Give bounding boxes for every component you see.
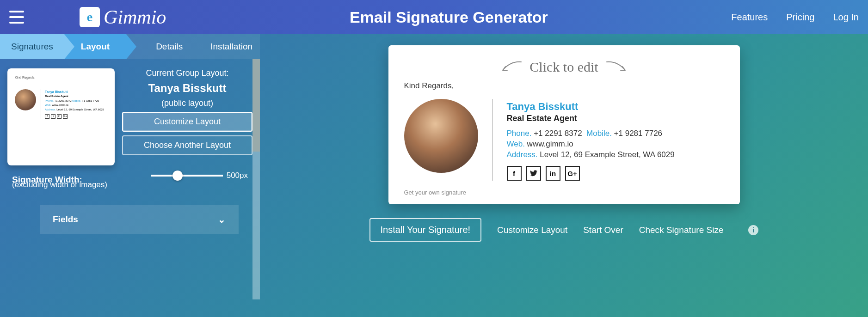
signature-social-row: f in G+ [507,166,724,181]
click-to-edit-hint: Click to edit [404,59,724,75]
current-layout-name: Tanya Bisskutt [122,82,252,95]
linkedin-icon: in [57,114,62,119]
check-signature-size-link[interactable]: Check Signature Size [639,225,724,235]
layout-public-label: (public layout) [122,98,252,108]
editor-tabs: Signatures Layout Details Installation [0,34,260,59]
tab-signatures[interactable]: Signatures [0,34,64,59]
width-sublabel: (excluding width of images) [12,180,248,189]
tab-details[interactable]: Details [142,34,197,59]
google-plus-icon: G+ [63,114,68,119]
current-group-label: Current Group Layout: [122,68,252,78]
arrow-left-icon [499,60,522,74]
chevron-down-icon: ⌄ [218,214,226,225]
signature-width-section: Signature Width: 500px (excluding width … [7,165,252,194]
avatar[interactable] [404,99,478,173]
signature-web-line[interactable]: Web. www.gimm.io [507,140,724,149]
sidebar-scrollbar[interactable] [252,59,260,299]
customize-layout-button[interactable]: Customize Layout [122,112,252,132]
menu-icon[interactable] [9,11,24,24]
fields-accordion[interactable]: Fields ⌄ [40,205,239,234]
signature-greeting[interactable]: Kind Regards, [404,81,724,91]
header-nav: Features Pricing Log In [731,12,859,23]
scrollbar-thumb[interactable] [252,59,260,152]
width-slider[interactable] [151,175,223,177]
facebook-icon[interactable]: f [507,166,522,181]
signature-role[interactable]: Real Estate Agent [507,114,724,123]
twitter-icon: t [51,114,55,119]
nav-features[interactable]: Features [731,12,768,23]
info-icon[interactable]: i [748,225,758,235]
width-value: 500px [227,171,248,180]
thumb-social-row: f t in G+ [45,114,104,119]
action-bar: Install Your Signature! Customize Layout… [283,218,845,242]
customize-layout-link[interactable]: Customize Layout [497,225,567,235]
signature-phone-line[interactable]: Phone. +1 2291 8372 Mobile. +1 9281 7726 [507,129,724,138]
page-title: Email Signature Generator [166,8,731,26]
logo[interactable]: e Gimmio [80,6,166,28]
linkedin-icon[interactable]: in [546,166,560,181]
app-header: e Gimmio Email Signature Generator Featu… [0,0,868,34]
logo-text: Gimmio [104,6,166,28]
layout-thumbnail[interactable]: Kind Regards, Tanya Bisskutt Real Estate… [7,68,115,165]
thumb-name: Tanya Bisskutt [45,89,104,94]
slider-handle[interactable] [172,171,183,181]
thumb-greeting: Kind Regards, [15,76,107,79]
get-own-signature-link[interactable]: Get your own signature [404,189,724,196]
choose-another-layout-button[interactable]: Choose Another Layout [122,135,252,155]
start-over-link[interactable]: Start Over [583,225,623,235]
install-signature-button[interactable]: Install Your Signature! [369,218,482,242]
logo-icon: e [80,7,100,27]
nav-login[interactable]: Log In [833,12,859,23]
thumb-role: Real Estate Agent [45,94,104,99]
google-plus-icon[interactable]: G+ [565,166,580,181]
signature-address-line[interactable]: Address. Level 12, 69 Example Street, WA… [507,150,724,159]
sidebar: Signatures Layout Details Installation K… [0,34,260,317]
signature-preview-card[interactable]: Click to edit Kind Regards, Tanya Bissku… [388,45,740,204]
nav-pricing[interactable]: Pricing [786,12,814,23]
arrow-right-icon [606,60,629,74]
signature-name[interactable]: Tanya Bisskutt [507,101,724,113]
twitter-icon[interactable] [526,166,541,181]
tab-installation[interactable]: Installation [197,34,266,59]
preview-area: Click to edit Kind Regards, Tanya Bissku… [260,34,868,317]
vertical-divider [492,99,493,181]
facebook-icon: f [45,114,49,119]
thumb-avatar [15,89,36,110]
fields-label: Fields [53,214,78,225]
